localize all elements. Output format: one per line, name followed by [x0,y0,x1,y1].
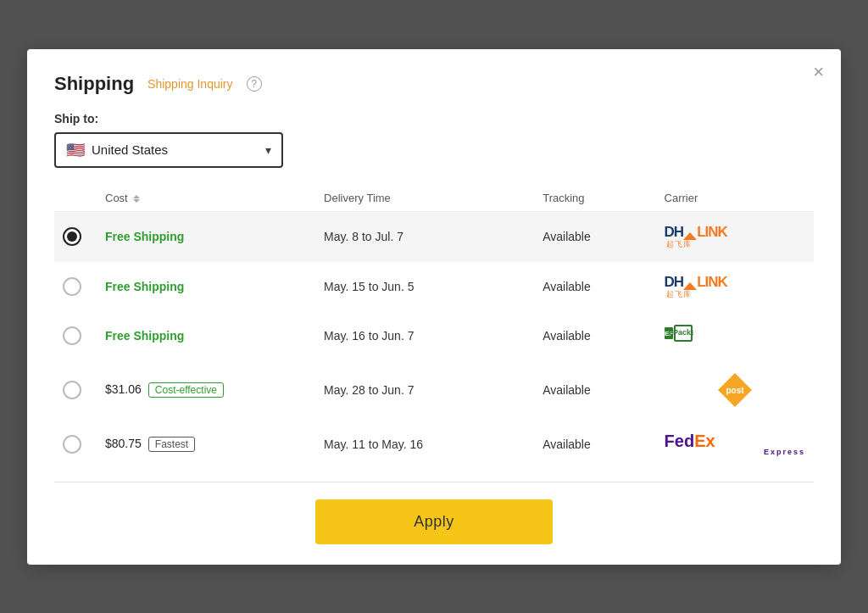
chevron-down-icon: ▾ [265,143,271,157]
tracking-cell: Available [534,211,655,262]
carrier-cell: EF ePacket [656,312,814,359]
dhl-sub-text: 起飞库 [666,239,692,250]
table-row[interactable]: Free ShippingMay. 8 to Jul. 7Available D… [54,211,814,262]
sort-icon [133,195,140,203]
table-row[interactable]: Free ShippingMay. 15 to Jun. 5Available … [54,262,814,312]
ship-to-label: Ship to: [54,112,814,125]
radio-cell[interactable] [54,312,97,359]
cost-value-label: $31.06 [105,382,142,396]
carrier-cell: post [656,359,814,421]
radio-button[interactable] [63,381,81,399]
fedex-fe-text: Fed [665,432,695,449]
delivery-time-cell: May. 16 to Jun. 7 [315,312,534,359]
radio-inner-dot [67,231,77,242]
radio-cell[interactable] [54,262,97,312]
radio-cell[interactable] [54,359,97,421]
post-logo: post [665,371,805,409]
radio-button[interactable] [63,277,81,296]
col-carrier: Carrier [656,185,814,212]
cost-cell: Free Shipping [97,262,315,312]
radio-button[interactable] [63,326,81,345]
cost-cell: Free Shipping [97,312,315,359]
shipping-badge: Fastest [148,437,195,452]
free-shipping-label: Free Shipping [105,280,184,293]
fedex-logo: FedEx Express [665,432,805,456]
tracking-cell: Available [534,312,655,359]
carrier-cell: FedEx Express [656,421,814,468]
country-name: United States [92,142,259,157]
help-icon[interactable]: ? [247,76,262,92]
delivery-time-cell: May. 15 to Jun. 5 [315,262,534,312]
modal-header: Shipping Shipping Inquiry ? [54,73,814,95]
modal-overlay[interactable]: Shipping Shipping Inquiry ? × Ship to: 🇺… [0,0,868,613]
link-text: LINK [697,274,727,291]
link-text: LINK [697,224,727,241]
delivery-time-cell: May. 8 to Jul. 7 [315,211,534,262]
cost-cell: $80.75Fastest [97,421,315,468]
fedex-text: FedEx [665,432,805,449]
shipping-badge: Cost-effective [148,382,224,398]
tracking-cell: Available [534,359,655,421]
post-circle-wrap: post [716,371,754,409]
radio-cell[interactable] [54,421,97,468]
tracking-cell: Available [534,421,655,468]
apply-button[interactable]: Apply [315,499,553,544]
divider [54,482,814,482]
free-shipping-label: Free Shipping [105,230,184,243]
svg-text:post: post [726,386,744,395]
shipping-options-table: Cost Delivery Time Tracking Carrier Free… [54,185,814,468]
dhl-text: DH [665,274,684,291]
close-button[interactable]: × [813,63,824,81]
col-cost: Cost [97,185,315,212]
cost-value-label: $80.75 [105,437,142,450]
country-select-dropdown[interactable]: 🇺🇸 United States ▾ [54,132,283,168]
modal-title: Shipping [54,73,134,95]
table-row[interactable]: Free ShippingMay. 16 to Jun. 7Available … [54,312,814,359]
cost-cell: Free Shipping [97,211,315,262]
col-radio [54,185,97,212]
fedex-dex-text: Ex [694,432,715,449]
post-icon: post [716,371,754,409]
table-row[interactable]: $80.75FastestMay. 11 to May. 16Available… [54,421,814,468]
dhlink-logo: DH LINK 起飞库 [665,224,805,250]
carrier-cell: DH LINK 起飞库 [656,211,814,262]
delivery-time-cell: May. 28 to Jun. 7 [315,359,534,421]
flag-icon: 🇺🇸 [66,141,85,159]
epacket-icon: EF ePacket [665,324,693,348]
radio-button[interactable] [63,227,81,246]
dhl-sub-text: 起飞库 [666,289,692,300]
radio-button[interactable] [63,435,81,454]
dhl-text: DH [665,224,684,241]
epacket-logo: EF ePacket [665,324,805,348]
col-tracking: Tracking [534,185,655,212]
tracking-cell: Available [534,262,655,312]
carrier-cell: DH LINK 起飞库 [656,262,814,312]
shipping-inquiry-link[interactable]: Shipping Inquiry [147,77,232,91]
cost-cell: $31.06Cost-effective [97,359,315,421]
fedex-express-text: Express [665,448,805,456]
table-row[interactable]: $31.06Cost-effectiveMay. 28 to Jun. 7Ava… [54,359,814,421]
free-shipping-label: Free Shipping [105,329,184,343]
radio-cell[interactable] [54,211,97,262]
svg-text:ePacket: ePacket [669,328,693,337]
col-delivery: Delivery Time [315,185,534,212]
delivery-time-cell: May. 11 to May. 16 [315,421,534,468]
dhlink-logo: DH LINK 起飞库 [665,274,805,300]
shipping-modal: Shipping Shipping Inquiry ? × Ship to: 🇺… [27,49,841,565]
